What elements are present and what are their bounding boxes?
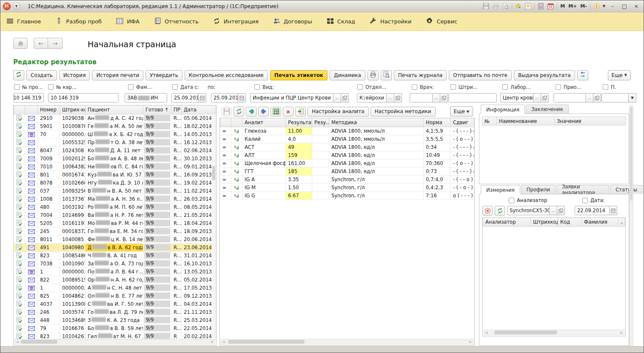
filter-open-icon[interactable] (341, 93, 349, 102)
analyte-settings-button[interactable]: Настройка аналита (308, 107, 369, 117)
col-analyte[interactable]: Аналит (242, 118, 286, 127)
col-pr[interactable]: ПР (171, 105, 182, 114)
table-row[interactable]: 403710113908Сва И. Г. 50 лет9/9R...04.03… (14, 300, 216, 308)
measurements-date-input[interactable]: 22.09.2014 (575, 206, 610, 215)
result-row[interactable]: =08Калий4.0ADVIA 1800, ммоль/л3,5:5,5- (… (220, 135, 474, 143)
filter-open-icon[interactable] (541, 93, 549, 102)
filter-checkbox-3[interactable] (172, 84, 178, 90)
toolbar-swap-icon[interactable] (577, 70, 588, 80)
table-row[interactable]: 520510161197Мова Р. М. 44 года9/9R...18.… (14, 219, 216, 227)
col-surname[interactable]: Фамилия (582, 218, 618, 226)
analyzer-dots-button[interactable]: ... (550, 206, 557, 215)
filter-input-1[interactable]: 10 146 319 (48, 93, 119, 102)
save-result-icon[interactable] (221, 107, 232, 117)
filter-dots-icon[interactable]: ... (433, 93, 440, 102)
col-norm[interactable]: Норма (424, 118, 451, 127)
table-row[interactable]: 10000000...Ан С. Н. 48 лет9/9R...17.05.2… (14, 284, 216, 292)
result-row[interactable]: =08IG M1.50Synchron, г/л0,4:2,3- ( - o -… (220, 183, 474, 191)
analyzer-input[interactable]: SynchronCX5-307 (507, 206, 550, 215)
table-row[interactable]: 29101029038Анд А. С. 42 года9/9R...05.06… (14, 114, 216, 122)
table-row[interactable]: 44810134689ЗК. А. 23 года9/9R...25.03.20… (14, 316, 216, 324)
table-row[interactable]: 703810010907Заа О. А. 73 года9/9R...16.1… (14, 259, 216, 268)
filter-checkbox-1[interactable] (48, 84, 54, 90)
filter-checkbox-6[interactable] (357, 84, 363, 90)
toolbar-button-1[interactable]: Создать (26, 70, 57, 80)
table-row[interactable]: 700000000...Ша Х. Б. 42 года9/9R...14.05… (14, 130, 216, 138)
table-row[interactable]: 03710093256Вн В. А. 50 лет9/9R...11.02.2… (14, 187, 216, 195)
col-no[interactable]: № (482, 117, 497, 125)
filter-checkbox-5[interactable] (254, 84, 260, 90)
table-row[interactable]: 80471024308КоД. А. 11 лет9/9R...02.06.20… (14, 146, 216, 154)
col-date[interactable]: Дата (182, 105, 216, 114)
menu-item-5[interactable]: Договоры (273, 17, 312, 26)
menu-item-7[interactable]: Настройки (370, 17, 411, 26)
table-row[interactable]: 70041014699Ваа Н. Р. 76 лет9/9R...21.05.… (14, 211, 216, 219)
form-vscrollbar[interactable] (629, 105, 633, 346)
info-icon[interactable]: i (593, 3, 600, 10)
tab-meas-1[interactable]: Профили (521, 185, 556, 194)
toolbar-refresh-icon[interactable] (13, 70, 24, 80)
toolbar-button-6[interactable]: Печать этикеток (270, 70, 328, 80)
filter-calendar-icon[interactable] (199, 93, 206, 102)
table-row[interactable]: 80100016741Кузва И. Ю. 57 лет9/9R...16.0… (14, 171, 216, 179)
filter-input-10[interactable] (553, 93, 586, 102)
menu-item-3[interactable]: Отчетность (154, 17, 199, 26)
col-barcode[interactable]: Штрих-код (60, 105, 85, 114)
filter-checkbox-7[interactable] (412, 84, 417, 90)
filter-input-6[interactable]: Кейрохи (357, 93, 387, 102)
menu-item-2[interactable]: ИФА (116, 17, 140, 26)
col-code[interactable]: Код (558, 218, 582, 226)
col-method[interactable]: Методика (329, 118, 424, 127)
table-row[interactable]: 82510048621Олн В. Е. 77 лет9/9R...09.12.… (14, 292, 216, 300)
filter-input-2[interactable]: ЗАВИН (125, 93, 167, 102)
menu-item-8[interactable]: Сервис (426, 17, 457, 26)
table-row[interactable]: 80111040085Фец К. В. 14 лет9/9R...20.06.… (14, 235, 216, 243)
filter-input-0[interactable]: 10 146 319 (13, 93, 44, 102)
toolbar-print-preview-icon[interactable] (381, 70, 392, 80)
filter-dots-icon[interactable]: ... (586, 93, 593, 102)
refresh-measurements-icon[interactable] (495, 206, 505, 216)
delete-icon[interactable]: × (283, 107, 294, 117)
analyzer-checkbox[interactable] (509, 198, 514, 203)
col-value[interactable]: Значение (555, 117, 626, 125)
col-number[interactable]: Номер (38, 105, 60, 114)
results-hscrollbar[interactable]: ◀▶ (221, 339, 473, 344)
memory-m-button[interactable]: M (560, 3, 565, 9)
filter-calendar-icon[interactable] (238, 93, 246, 102)
table-row[interactable]: 807810102660Нгука Д. Э. 10 лет9/9R...19.… (14, 179, 216, 187)
table-row[interactable]: 10000000...Поа Л. В. 64 г...9/9R...13.05… (14, 268, 216, 276)
filter-input-4[interactable]: 25.09.2014 (211, 93, 238, 102)
results-more-button[interactable]: Еще▼ (450, 106, 473, 117)
col-result[interactable]: Результат (286, 118, 312, 127)
patients-hscrollbar[interactable]: ◀▶ (14, 339, 215, 344)
prev-arrow-icon[interactable] (246, 107, 256, 117)
toolbar-button-4[interactable]: Утвердить (145, 70, 182, 80)
result-row[interactable]: =08Щелочная фосф...161.00ADVIA 1800, ед/… (220, 159, 474, 167)
col-patient[interactable]: Пациент (85, 105, 143, 114)
filter-checkbox-10[interactable] (556, 84, 561, 90)
forward-button[interactable]: → (48, 38, 63, 49)
info-dropdown-icon[interactable]: ▼ (603, 4, 605, 8)
filter-input-3[interactable]: 25.09.2014 (171, 93, 199, 102)
filter-checkbox-2[interactable] (128, 84, 134, 90)
col-ready[interactable]: Готово ↑ (143, 105, 171, 114)
toolbar-button-12[interactable]: Выдача результата (514, 70, 575, 80)
close-button[interactable]: × (632, 3, 641, 10)
measurements-calendar-icon[interactable] (610, 206, 617, 215)
table-row[interactable]: 4801003192Роа М. П. 60 лет9/9R...08.05.2… (14, 203, 216, 211)
filter-open-icon[interactable] (593, 93, 601, 102)
result-row[interactable]: =08АЛТ159ADVIA 1800, ед/л10:49- ( - - - … (220, 151, 474, 159)
table-row[interactable]: 100810137367Маа А. Н. 36 л...9/9R...26.0… (14, 195, 216, 203)
calculator-icon[interactable] (537, 3, 544, 10)
filter-input-11[interactable] (601, 93, 629, 102)
tab-info-0[interactable]: Информация (481, 105, 525, 114)
tab-meas-3[interactable]: Статусы (610, 185, 643, 194)
result-row[interactable]: =08ГГТ185ADVIA 1800, ед/л0:73- ( - - - )… (220, 167, 474, 175)
menu-item-1[interactable]: Разбор проб (55, 17, 102, 26)
filter-dots-icon[interactable]: ... (333, 93, 341, 102)
back-button[interactable]: ← (34, 38, 48, 49)
maximize-button[interactable]: □ (620, 3, 629, 10)
col-analyzer[interactable]: Анализатор (483, 218, 531, 226)
tab-meas-0[interactable]: Измерения (481, 185, 520, 194)
filter-checkbox-9[interactable] (502, 84, 508, 90)
